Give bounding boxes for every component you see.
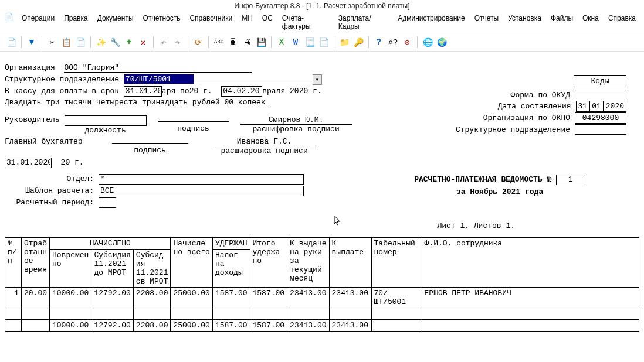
tb-print-icon[interactable]: 🖨 <box>240 36 253 49</box>
cell-to-hand: 23413.00 <box>287 287 329 308</box>
th-accrued-total: Начисле но всего <box>171 237 212 287</box>
period-input[interactable] <box>99 197 116 208</box>
menu-os[interactable]: ОС <box>259 13 276 32</box>
menu-payroll[interactable]: Зарплата/Кадры <box>335 13 392 32</box>
separator <box>368 36 369 48</box>
chief-name: Иванова Г.С. <box>212 137 317 146</box>
th-num: № п/п <box>5 237 22 287</box>
menu-documents[interactable]: Документы <box>94 13 137 32</box>
menu-edit[interactable]: Правка <box>60 13 91 32</box>
tb-wand-icon[interactable]: ✨ <box>94 36 107 49</box>
vedomost-period: за Ноябрь 2021 года <box>414 187 585 196</box>
tb-context-help-icon[interactable]: ⌕? <box>387 36 399 49</box>
tb-word-icon[interactable]: W <box>289 36 302 49</box>
kody-title: Коды <box>574 75 626 87</box>
window-title: Инфо-Бухгалтер 8.8 - [1. 1. Расчет зараб… <box>0 0 644 12</box>
th-withheld-total: Итого удержа но <box>250 237 287 287</box>
tb-globe1-icon[interactable]: 🌐 <box>421 36 434 49</box>
app-icon: 📄 <box>5 13 13 22</box>
chief-label: Главный бухгалтер <box>5 137 83 146</box>
okud-label: Форма по ОКУД <box>511 91 570 100</box>
menu-install[interactable]: Установка <box>504 13 545 32</box>
separator <box>208 36 209 48</box>
menu-files[interactable]: Файлы <box>547 13 577 32</box>
struct-label: Структурное подразделение <box>5 75 124 84</box>
menu-admin[interactable]: Администрирование <box>394 13 468 32</box>
tb-excel-icon[interactable]: X <box>275 36 288 49</box>
table-totals-row: 10000.00 12792.00 2208.00 25000.00 1587.… <box>5 319 639 331</box>
separator <box>188 36 188 48</box>
th-accrued-group: НАЧИСЛЕНО <box>50 237 171 249</box>
menu-reports2[interactable]: Отчеты <box>471 13 502 32</box>
table-header-row: № п/п Отраб отанн ое время НАЧИСЛЕНО Нач… <box>5 237 639 249</box>
tb-cut-icon[interactable]: ✂ <box>46 36 59 49</box>
toolbar: 📄 ▼ ✂ 📋 📄 ✨ 🔧 + ✕ ↶ ↷ ⟳ ABC 🖩 🖨 💾 X W 📃 … <box>0 33 644 52</box>
tb-undo-icon[interactable]: ↶ <box>157 36 170 49</box>
tb-filter-icon[interactable]: ▼ <box>25 36 38 49</box>
struct-input[interactable] <box>124 74 194 84</box>
signature-caption2: подпись <box>112 146 188 155</box>
tb-add-icon[interactable]: + <box>123 36 135 49</box>
manager-signature <box>158 121 229 122</box>
date-y: 2020 <box>604 101 626 112</box>
menu-help[interactable]: Справка <box>605 13 639 32</box>
separator <box>21 36 22 48</box>
tb-paste-icon[interactable]: 📄 <box>74 36 87 49</box>
total-withheld: 1587.00 <box>250 319 287 331</box>
menu-operations[interactable]: Операции <box>18 13 58 32</box>
th-fio: Ф.И.О. сотрудника <box>422 237 639 287</box>
date-from-input[interactable] <box>124 86 162 97</box>
okpo-value: 04298000 <box>575 112 626 124</box>
template-label: Шаблон расчета: <box>5 186 99 195</box>
dept-input[interactable] <box>99 174 304 185</box>
period-label: Расчетный период: <box>5 198 99 207</box>
date-to-input[interactable] <box>221 86 262 97</box>
tb-folder-icon[interactable]: 📁 <box>338 36 351 49</box>
menu-directories[interactable]: Справочники <box>186 13 236 32</box>
template-input[interactable] <box>99 186 304 196</box>
tb-key-icon[interactable]: 🔑 <box>352 36 365 49</box>
menu-bar: 📄 Операции Правка Документы Отчетность С… <box>0 12 644 33</box>
struct-dropdown-arrow[interactable]: ▾ <box>313 74 322 85</box>
manager-name: Смирнов Ю.М. <box>240 115 352 125</box>
tb-help-icon[interactable]: ? <box>372 36 385 49</box>
cell-tax: 1587.00 <box>212 287 250 308</box>
tb-copy-icon[interactable]: 📋 <box>60 36 73 49</box>
date3-input[interactable] <box>5 158 52 168</box>
struct-underline <box>194 81 311 81</box>
cell-hourly: 10000.00 <box>50 287 91 308</box>
manager-position-input[interactable] <box>65 115 147 126</box>
vedomost-block: РАСЧЕТНО-ПЛАТЕЖНАЯ ВЕДОМОСТЬ № 1 за Нояб… <box>414 175 585 196</box>
tb-refresh-icon[interactable]: ⟳ <box>192 36 205 49</box>
tb-redo-icon[interactable]: ↷ <box>171 36 184 49</box>
tb-save-icon[interactable]: 💾 <box>255 36 267 49</box>
signature-caption: подпись <box>158 124 229 133</box>
menu-mn[interactable]: МН <box>238 13 256 32</box>
cell-subsidy-above: 2208.00 <box>133 287 171 308</box>
separator <box>153 36 154 48</box>
tb-doc2-icon[interactable]: 📄 <box>317 36 330 49</box>
menu-reports[interactable]: Отчетность <box>140 13 184 32</box>
menu-windows[interactable]: Окна <box>579 13 602 32</box>
th-subsidy-mrot: Субсидия 11.2021 до МРОТ <box>91 249 133 287</box>
tb-remove-icon[interactable]: ✕ <box>137 36 150 49</box>
menu-invoices[interactable]: Счета-фактуры <box>279 13 333 32</box>
tb-globe2-icon[interactable]: 🌍 <box>435 36 448 49</box>
tb-new-icon[interactable]: 📄 <box>5 36 18 49</box>
total-subsidy-mrot: 12792.00 <box>91 319 133 331</box>
vedomost-number[interactable]: 1 <box>556 175 585 185</box>
dept-label: Отдел: <box>5 175 99 183</box>
table-row[interactable]: 1 20.00 10000.00 12792.00 2208.00 25000.… <box>5 287 639 308</box>
tb-doc-icon[interactable]: 📃 <box>303 36 316 49</box>
th-to-pay: К выплате <box>329 237 371 287</box>
tb-abc-icon[interactable]: ABC <box>212 36 225 49</box>
amount-words: Двадцать три тысячи четыреста тринадцать… <box>5 98 269 107</box>
total-hourly: 10000.00 <box>50 319 91 331</box>
date2-suffix: враля 2020 г. <box>262 87 321 95</box>
tb-stop-icon[interactable]: ⊘ <box>401 36 413 49</box>
manager-label: Руководитель <box>5 115 60 124</box>
tb-tool-icon[interactable]: 🔧 <box>109 36 121 49</box>
okpo-label: Организация по ОКПО <box>483 114 570 122</box>
tb-calc-icon[interactable]: 🖩 <box>226 36 239 49</box>
total-accrued: 25000.00 <box>171 319 212 331</box>
